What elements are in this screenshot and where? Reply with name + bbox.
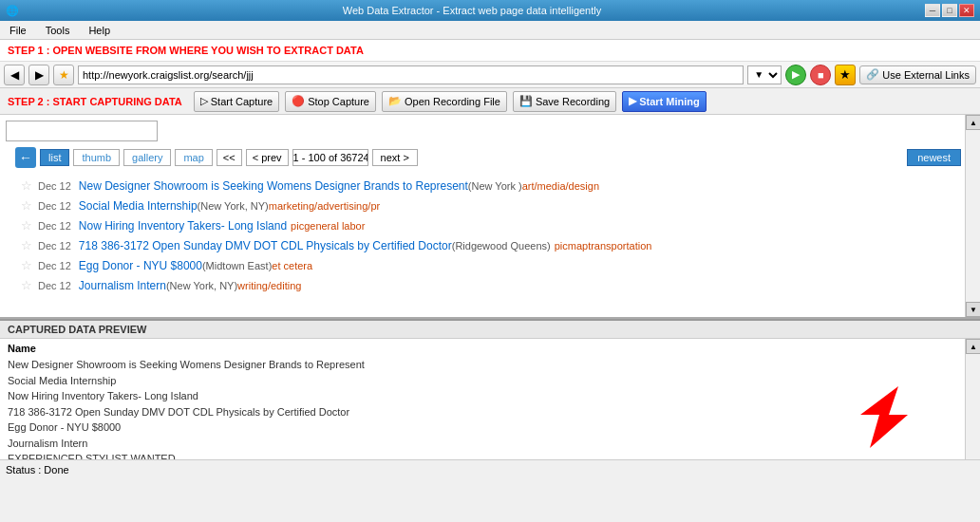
- listing-star-icon[interactable]: ☆: [21, 278, 32, 292]
- listing-title-link[interactable]: Journalism Intern: [79, 279, 166, 292]
- save-recording-button[interactable]: 💾 Save Recording: [513, 91, 616, 112]
- listing-star-icon[interactable]: ☆: [21, 178, 32, 193]
- listing-date: Dec 12: [38, 180, 71, 192]
- browser-back-arrow[interactable]: ←: [15, 147, 36, 168]
- listing-location: (Midtown East): [202, 260, 272, 271]
- status-text: Status : Done: [6, 464, 69, 475]
- captured-data-row: EXPERIENCED STYLIST WANTED: [8, 451, 957, 459]
- listing-star-icon[interactable]: ☆: [21, 258, 32, 272]
- search-row: [6, 121, 961, 141]
- captured-data-panel: Name New Designer Showroom is Seeking Wo…: [0, 339, 965, 459]
- listing-pic-tag: pic: [291, 220, 304, 232]
- url-input[interactable]: [78, 65, 744, 84]
- url-dropdown[interactable]: ▼: [747, 65, 782, 84]
- ext-links-label: Use External Links: [882, 69, 970, 81]
- play-button[interactable]: ▶: [785, 65, 806, 85]
- minimize-button[interactable]: ─: [925, 4, 940, 17]
- favorites-button[interactable]: ★: [835, 65, 856, 85]
- start-capture-button[interactable]: ▷ Start Capture: [194, 91, 279, 112]
- listing-location: (Ridgewood Queens): [452, 240, 551, 252]
- start-mining-icon: ▶: [629, 95, 636, 107]
- listing-title-link[interactable]: Now Hiring Inventory Takers- Long Island: [79, 219, 287, 233]
- listing-item: ☆ Dec 12 Egg Donor - NYU $8000 (Midtown …: [6, 255, 961, 275]
- listing-pic-tag: pic: [555, 240, 568, 252]
- listing-star-icon[interactable]: ☆: [21, 238, 32, 252]
- app-icon: 🌐: [6, 5, 19, 17]
- stop-capture-icon: 🔴: [292, 95, 305, 107]
- save-recording-icon: 💾: [519, 95, 533, 107]
- listing-item: ☆ Dec 12 New Designer Showroom is Seekin…: [6, 176, 961, 196]
- view-list-button[interactable]: list: [40, 149, 69, 166]
- captured-col-header: Name: [8, 343, 957, 354]
- view-map-button[interactable]: map: [175, 149, 212, 166]
- browser-nav-row: ← list thumb gallery map << < prev next …: [6, 147, 961, 168]
- browser-inner: ← list thumb gallery map << < prev next …: [0, 115, 980, 301]
- save-recording-label: Save Recording: [536, 96, 610, 107]
- listing-star-icon[interactable]: ☆: [21, 218, 32, 233]
- page-info-input[interactable]: [292, 149, 368, 166]
- captured-header: CAPTURED DATA PREVIEW: [0, 321, 980, 339]
- captured-rows: New Designer Showroom is Seeking Womens …: [8, 357, 957, 459]
- menu-tools[interactable]: Tools: [40, 23, 76, 38]
- open-recording-button[interactable]: 📂 Open Recording File: [382, 91, 507, 112]
- captured-data-row: Social Media Internship: [8, 373, 957, 389]
- stop-button[interactable]: ■: [810, 65, 831, 85]
- listing-location: (New York, NY): [166, 280, 237, 291]
- title-bar-title: Web Data Extractor - Extract web page da…: [19, 5, 925, 16]
- listing-date: Dec 12: [38, 200, 71, 212]
- listings-container: ☆ Dec 12 New Designer Showroom is Seekin…: [6, 176, 961, 295]
- listing-item: ☆ Dec 12 718 386-3172 Open Sunday DMV DO…: [6, 235, 961, 255]
- listing-tag: general labor: [304, 220, 365, 232]
- title-bar-controls: ─ □ ✕: [925, 4, 974, 17]
- open-recording-icon: 📂: [388, 95, 402, 107]
- newest-button[interactable]: newest: [907, 149, 961, 166]
- start-mining-button[interactable]: ▶ Start Mining: [622, 91, 707, 112]
- captured-content: Name New Designer Showroom is Seeking Wo…: [0, 339, 980, 459]
- stop-capture-button[interactable]: 🔴 Stop Capture: [285, 91, 376, 112]
- open-recording-label: Open Recording File: [405, 96, 500, 107]
- listing-item: ☆ Dec 12 Journalism Intern (New York, NY…: [6, 275, 961, 295]
- menu-help[interactable]: Help: [83, 23, 116, 38]
- step1-label: STEP 1 : OPEN WEBSITE FROM WHERE YOU WIS…: [8, 45, 364, 56]
- listing-star-icon[interactable]: ☆: [21, 198, 32, 213]
- step2-label: STEP 2 : START CAPTURING DATA: [8, 96, 182, 107]
- scroll-down-arrow[interactable]: ▼: [966, 302, 980, 317]
- captured-data-row: Egg Donor - NYU $8000: [8, 419, 957, 436]
- title-bar: 🌐 Web Data Extractor - Extract web page …: [0, 0, 980, 21]
- step1-bar: STEP 1 : OPEN WEBSITE FROM WHERE YOU WIS…: [0, 40, 980, 62]
- menu-file[interactable]: File: [4, 23, 32, 38]
- view-thumb-button[interactable]: thumb: [73, 149, 120, 166]
- page-next-button[interactable]: next >: [372, 149, 418, 166]
- forward-button[interactable]: ▶: [28, 65, 49, 85]
- listing-location: (New York, NY): [198, 200, 269, 212]
- listing-date: Dec 12: [38, 220, 71, 232]
- scrollbar[interactable]: ▲ ▼: [965, 115, 980, 317]
- status-bar: Status : Done: [0, 459, 980, 478]
- start-capture-icon: ▷: [200, 95, 208, 107]
- captured-section: CAPTURED DATA PREVIEW Name New Designer …: [0, 319, 980, 459]
- ext-links-button[interactable]: 🔗 Use External Links: [859, 65, 976, 84]
- stop-capture-label: Stop Capture: [308, 96, 369, 107]
- listing-title-link[interactable]: 718 386-3172 Open Sunday DMV DOT CDL Phy…: [79, 239, 452, 252]
- nav-bar: ◀ ▶ ★ ▼ ▶ ■ ★ 🔗 Use External Links: [0, 62, 980, 88]
- listing-title-link[interactable]: Egg Donor - NYU $8000: [79, 259, 202, 272]
- search-input[interactable]: [6, 121, 158, 141]
- view-gallery-button[interactable]: gallery: [123, 149, 171, 166]
- listing-date: Dec 12: [38, 280, 71, 291]
- page-first-button[interactable]: <<: [217, 149, 242, 166]
- page-prev-button[interactable]: < prev: [246, 149, 289, 166]
- listing-location: (New York ): [468, 180, 522, 192]
- back-button[interactable]: ◀: [4, 65, 25, 85]
- close-button[interactable]: ✕: [959, 4, 974, 17]
- captured-scroll-up[interactable]: ▲: [966, 339, 980, 354]
- step2-bar: STEP 2 : START CAPTURING DATA ▷ Start Ca…: [0, 88, 980, 115]
- listing-tag: marketing/advertising/pr: [269, 200, 380, 212]
- listing-title-link[interactable]: Social Media Internship: [79, 199, 198, 213]
- listing-title-link[interactable]: New Designer Showroom is Seeking Womens …: [79, 179, 468, 193]
- maximize-button[interactable]: □: [942, 4, 957, 17]
- bookmark-button[interactable]: ★: [53, 65, 74, 85]
- listing-tag: et cetera: [272, 260, 312, 271]
- captured-data-row: Now Hiring Inventory Takers- Long Island: [8, 388, 957, 404]
- scroll-up-arrow[interactable]: ▲: [966, 115, 980, 130]
- captured-scrollbar[interactable]: ▲: [965, 339, 980, 459]
